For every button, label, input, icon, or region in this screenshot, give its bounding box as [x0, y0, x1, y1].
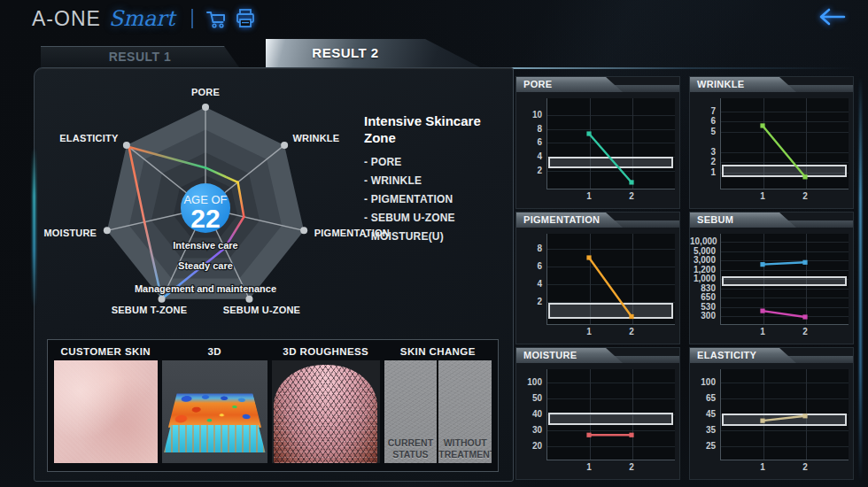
chart-title: PIGMENTATION [516, 213, 623, 227]
skin-change-current[interactable]: CURRENT STATUS [384, 360, 438, 463]
chart-title: WRINKLE [690, 77, 796, 91]
y-tick-label: 45 [690, 409, 716, 419]
chart-series-pigmentation [546, 234, 674, 324]
x-tick-label: 2 [796, 462, 814, 472]
data-point [629, 180, 633, 184]
y-tick-label: 2 [690, 157, 716, 166]
y-tick-label: 2 [516, 297, 542, 306]
chart-header-tab: WRINKLE [690, 77, 796, 92]
chart-header-tab: ELASTICITY [690, 348, 796, 363]
x-tick-label: 1 [754, 462, 771, 472]
radar-vertex-dot [123, 142, 130, 149]
x-tick-label: 2 [796, 191, 814, 201]
gallery-header-3d: 3D [162, 346, 268, 357]
charts-grid: PORE10864212WRINKLE76532112PIGMENTATION8… [515, 76, 854, 480]
x-tick-label: 2 [623, 191, 640, 201]
data-point [802, 414, 807, 418]
data-point [760, 262, 764, 267]
tab-result-2[interactable]: RESULT 2 [266, 39, 482, 68]
customer-skin-image[interactable] [54, 360, 158, 463]
zone-item: - SEBUM U-ZONE [364, 209, 510, 228]
chart-tile-elasticity: ELASTICITY1006545352512 [689, 347, 854, 480]
chart-series-elasticity [720, 369, 848, 460]
y-tick-label: 530 [690, 302, 716, 312]
x-tick-label: 1 [580, 191, 598, 201]
chart-header-tab: MOISTURE [516, 348, 623, 363]
data-point [586, 433, 591, 437]
y-tick-label: 50 [516, 393, 542, 403]
chart-header-elasticity: ELASTICITY [690, 348, 853, 363]
x-tick-label: 1 [580, 327, 598, 336]
printer-icon[interactable] [234, 8, 257, 29]
intensive-skincare-zone: Intensive Skincare Zone - PORE - WRINKLE… [364, 112, 510, 246]
chart-title: MOISTURE [516, 348, 623, 362]
y-tick-label: 8 [516, 124, 542, 134]
radar-zone-label: Intensive care [173, 240, 237, 251]
y-tick-label: 20 [516, 441, 542, 451]
data-point [802, 174, 807, 179]
data-line [763, 126, 805, 177]
skin-3d-roughness-image[interactable] [272, 360, 380, 463]
skin-change-image[interactable]: CURRENT STATUS WITHOUT TREATMENT [384, 360, 492, 463]
chart-header-tab: PORE [516, 77, 623, 92]
y-tick-label: 8 [516, 244, 542, 253]
gallery-header-3d-roughness: 3D ROUGHNESS [272, 346, 380, 357]
data-point [802, 314, 807, 319]
data-line [763, 311, 805, 317]
x-tick-label: 2 [796, 327, 814, 336]
chart-tile-sebum: SEBUM10,0005,0003,0001,2001,000830650530… [689, 212, 854, 344]
data-point [586, 255, 591, 259]
radar-axis-label-moisture: MOISTURE [44, 228, 97, 238]
data-point [629, 433, 633, 437]
y-tick-label: 1 [690, 167, 716, 177]
radar-vertex-dot [300, 227, 307, 234]
y-tick-label: 5 [690, 127, 716, 136]
chart-tile-wrinkle: WRINKLE76532112 [689, 76, 854, 209]
chart-tile-pigmentation: PIGMENTATION864212 [515, 212, 680, 344]
y-tick-label: 4 [516, 279, 542, 289]
skin-3d-image[interactable] [162, 360, 268, 463]
radar-vertex-dot [104, 227, 111, 234]
chart-header-tab: SEBUM [690, 213, 796, 228]
chart-header-moisture: MOISTURE [516, 348, 679, 363]
zone-item: - PORE [364, 153, 510, 172]
age-value: 22 [190, 204, 220, 233]
y-tick-label: 25 [690, 441, 716, 451]
x-tick-label: 2 [623, 327, 640, 336]
chart-tile-moisture: MOISTURE1005040302012 [515, 347, 680, 480]
right-edge-glow [859, 76, 862, 482]
radar-vertex-dot [159, 296, 166, 303]
y-tick-label: 65 [690, 393, 716, 403]
skin-change-current-label: CURRENT STATUS [384, 437, 438, 460]
data-point [629, 314, 633, 319]
radar-axis-label-elasticity: ELASTICITY [59, 133, 119, 143]
chart-series-pore [546, 98, 674, 189]
chart-header-pigmentation: PIGMENTATION [516, 213, 679, 228]
skin-change-without-label: WITHOUT TREATMENT [438, 437, 492, 460]
x-tick-label: 1 [754, 327, 771, 336]
zone-item: - WRINKLE [364, 172, 510, 190]
y-tick-label: 5,000 [690, 246, 716, 256]
tab-result-1[interactable]: RESULT 1 [41, 46, 239, 67]
cart-icon[interactable] [205, 8, 228, 29]
chart-tile-pore: PORE10864212 [515, 76, 680, 209]
y-tick-label: 30 [516, 425, 542, 435]
brand-script-text: Smart [109, 6, 175, 31]
radar-zone-label: Management and maintenance [135, 283, 276, 294]
chart-series-wrinkle [720, 98, 848, 189]
3d-heatmap-top [168, 393, 261, 427]
tab-accent-line [482, 67, 857, 69]
x-tick-label: 1 [754, 191, 771, 201]
x-tick-label: 2 [623, 462, 640, 472]
chart-header-tab: PIGMENTATION [516, 213, 623, 228]
y-tick-label: 4 [516, 151, 542, 161]
y-tick-label: 10,000 [690, 236, 716, 246]
gallery-header-customer-skin: CUSTOMER SKIN [54, 346, 158, 357]
gallery-header-skin-change: SKIN CHANGE [384, 346, 492, 357]
radar-axis-label-sebum-t-zone: SEBUM T-ZONE [112, 305, 188, 315]
y-tick-label: 300 [690, 311, 716, 321]
y-tick-label: 35 [690, 425, 716, 435]
skin-change-without[interactable]: WITHOUT TREATMENT [438, 360, 492, 463]
back-arrow-icon[interactable] [817, 7, 847, 27]
data-point [760, 309, 764, 313]
